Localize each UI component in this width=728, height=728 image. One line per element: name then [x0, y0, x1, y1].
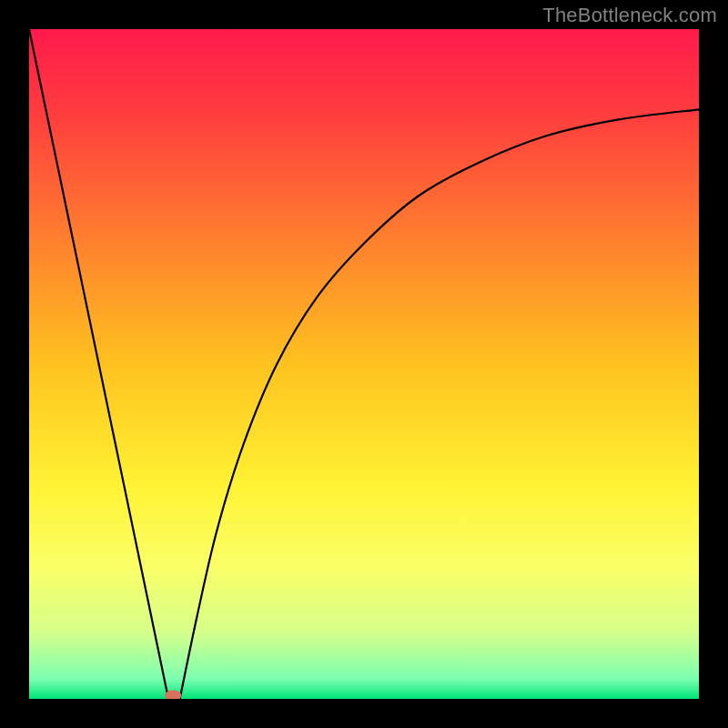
plot-area — [29, 29, 699, 699]
chart-svg — [29, 29, 699, 699]
watermark-text: TheBottleneck.com — [542, 4, 717, 27]
gradient-background — [29, 29, 699, 699]
chart-frame: TheBottleneck.com — [0, 0, 728, 728]
